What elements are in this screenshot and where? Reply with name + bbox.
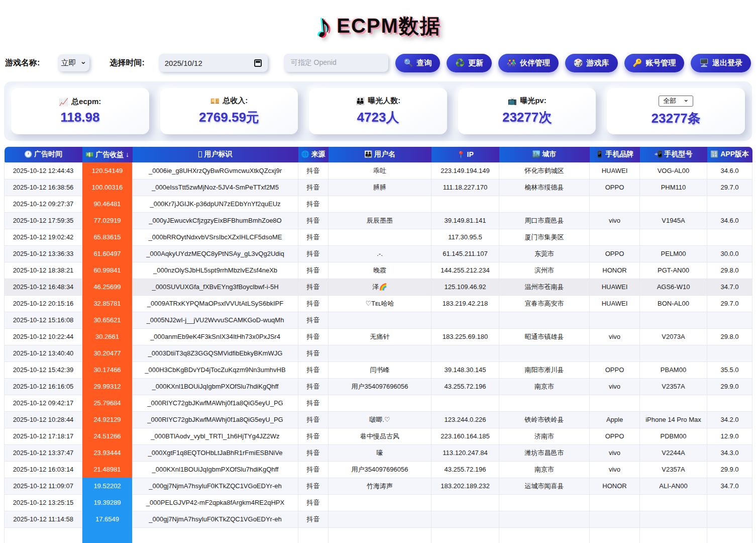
table-row[interactable]: 2025-10-12 16:48:3446.25699_000SUVUXGfa_… (5, 279, 752, 295)
refresh-button[interactable]: ♻️更新 (447, 54, 492, 72)
cell-revenue: 21.48981 (82, 461, 133, 478)
cell-ip: 113.120.247.84 (431, 444, 499, 461)
table-row[interactable]: 2025-10-12 15:42:3930.17466_000H3CbKgBDv… (5, 361, 752, 378)
cell-username: 竹海涛声 (329, 478, 431, 494)
cell-username (329, 511, 431, 527)
cell-city: 南阳市淅川县 (499, 361, 590, 378)
column-header-ip[interactable]: 📍IP (431, 147, 499, 162)
table-row[interactable]: 2025-10-12 10:28:4424.92129_000RIYC72gbJ… (5, 411, 752, 428)
table-row[interactable]: 2025-10-12 16:16:0529.99312_000KXnl1BOUi… (5, 378, 752, 395)
cell-ip: 43.255.72.196 (431, 461, 499, 478)
column-header-username[interactable]: 👪用户名 (329, 147, 431, 162)
table-row[interactable]: 2025-10-12 11:14:5817.6549_000gj7NjmA7hs… (5, 511, 752, 527)
cell-revenue: 61.60497 (82, 245, 133, 262)
cell-ip (431, 345, 499, 361)
column-header-model[interactable]: 📲手机型号 (640, 147, 707, 162)
cell-brand: HONOR (590, 262, 640, 279)
partner-management-button[interactable]: 👫伙伴管理 (498, 54, 559, 72)
exposure-pv-card: 📺曝光pv:23277次 (458, 88, 596, 134)
cell-username (329, 395, 431, 411)
game-select[interactable]: 立即 ⌄ (58, 54, 89, 71)
cell-model: BON-AL00 (640, 295, 707, 312)
cell-username: 用户354097696056 (329, 461, 431, 478)
table-row[interactable]: 2025-10-12 16:03:1421.48981_000KXnl1BOUi… (5, 461, 752, 478)
query-button[interactable]: 🔍查询 (395, 54, 441, 72)
cell-username (329, 345, 431, 361)
cell-user_id: _000SUVUXGfa_fXBvEYng3fBoyclbwf-i-5H (133, 279, 298, 295)
cell-city: 南京市 (499, 378, 590, 395)
table-row[interactable]: 2025-10-12 17:18:1724.51266_000BTlAodv_v… (5, 428, 752, 444)
column-header-brand[interactable]: 📱手机品牌 (590, 147, 640, 162)
cell-user_id: _000gj7NjmA7hsyluF0KTkZQC1VGoEDYr-eh (133, 478, 298, 494)
table-row[interactable]: 2025-10-12 20:15:1632.85781_0009ATRxKYPQ… (5, 295, 752, 312)
search-icon: 🔍 (404, 58, 413, 67)
cell-ad_time: 2025-10-12 16:38:56 (5, 179, 82, 196)
table-row[interactable] (5, 527, 752, 543)
cell-ad_time: 2025-10-12 20:15:16 (5, 295, 82, 312)
cell-source (298, 527, 329, 543)
openid-input[interactable]: 可指定 Openid (284, 54, 388, 72)
dice-icon: 🎲 (574, 58, 583, 67)
cell-app_version (707, 345, 752, 361)
cell-user_id: _000yJEwucvkCfjzgzyEixBFBhumBmhZoe8O (133, 212, 298, 229)
table-row[interactable]: 2025-10-12 13:25:1519.39289_000PELGJVP42… (5, 494, 752, 511)
cell-model (640, 345, 707, 361)
cell-brand: HONOR (590, 478, 640, 494)
table-row[interactable]: 2025-10-12 17:59:3577.02919_000yJEwucvkC… (5, 212, 752, 229)
table-row[interactable]: 2025-10-12 12:44:43120.54149_0006ie_g8UH… (5, 162, 752, 179)
cell-ad_time: 2025-10-12 11:14:58 (5, 511, 82, 527)
cell-revenue: 25.79684 (82, 395, 133, 411)
cell-username: 晚霞 (329, 262, 431, 279)
table-row[interactable]: 2025-10-12 09:27:3790.46481_000Kr7jJGIJK… (5, 196, 752, 212)
table-row[interactable]: 2025-10-12 11:09:0719.52202_000gj7NjmA7h… (5, 478, 752, 494)
account-management-button[interactable]: 🔑账号管理 (624, 54, 685, 72)
cell-ad_time: 2025-10-12 13:36:33 (5, 245, 82, 262)
chevron-down-icon: ⌄ (80, 59, 87, 63)
record-filter-select[interactable]: 全部 ⌄ (659, 96, 693, 107)
cell-username: 无痛针 (329, 328, 431, 345)
column-header-revenue[interactable]: 💵广告收益 ↓ (82, 147, 133, 162)
cell-username: 啵唧.♡ (329, 411, 431, 428)
cell-ip: 183.225.69.180 (431, 328, 499, 345)
table-row[interactable]: 2025-10-12 13:40:4030.20477_0003DtiiT3q8… (5, 345, 752, 361)
column-header-ad_time[interactable]: 🕐广告时间 (5, 147, 82, 162)
column-header-source[interactable]: 🌐来源 (298, 147, 329, 162)
table-row[interactable]: 2025-10-12 09:42:1725.79684_000RIYC72gbJ… (5, 395, 752, 411)
cell-brand (590, 494, 640, 511)
banknote-icon: 💴 (210, 97, 220, 106)
cell-app_version: 29.8.0 (707, 328, 752, 345)
cell-source: 抖音 (298, 179, 329, 196)
calendar-icon[interactable] (254, 59, 262, 67)
cell-source: 抖音 (298, 229, 329, 245)
cell-revenue: 17.6549 (82, 511, 133, 527)
cell-ip: 39.149.81.141 (431, 212, 499, 229)
button-label: 游戏库 (587, 58, 609, 68)
cell-brand: OPPO (590, 245, 640, 262)
cell-source: 抖音 (298, 428, 329, 444)
date-input[interactable]: 2025/10/12 (159, 54, 268, 72)
cell-ip: 117.30.95.5 (431, 229, 499, 245)
cell-username: 膊膊 (329, 179, 431, 196)
table-row[interactable]: 2025-10-12 10:22:4430.2661_000anmEb9eK4F… (5, 328, 752, 345)
cell-brand: vivo (590, 444, 640, 461)
game-library-button[interactable]: 🎲游戏库 (565, 54, 618, 72)
cell-ip: 125.109.46.92 (431, 279, 499, 295)
stat-label: 总收入: (223, 96, 248, 106)
column-header-app_version[interactable]: 🔢APP版本 (707, 147, 752, 162)
cell-revenue: 24.51266 (82, 428, 133, 444)
column-header-city[interactable]: 🏙️城市 (499, 147, 590, 162)
column-header-user_id[interactable]: 用户标识 (133, 147, 298, 162)
stats-band: 📈总ecpm:118.98💴总收入:2769.59元👪曝光人数:4723人📺曝光… (4, 81, 752, 141)
table-row[interactable]: 2025-10-12 13:36:3361.60497_000AqkyUYdzM… (5, 245, 752, 262)
cell-app_version (707, 229, 752, 245)
button-label: 账号管理 (645, 58, 676, 68)
cell-username (329, 312, 431, 328)
cell-city: 温州市苍南县 (499, 279, 590, 295)
table-row[interactable]: 2025-10-12 18:38:2160.99841_000nzOlySJbH… (5, 262, 752, 279)
logout-button[interactable]: 🖥️退出登录 (691, 54, 751, 72)
table-row[interactable]: 2025-10-12 16:38:56100.00316_000eIssTtt5… (5, 179, 752, 196)
table-row[interactable]: 2025-10-12 19:02:4265.83615_000bRROytNdx… (5, 229, 752, 245)
table-row[interactable]: 2025-10-12 15:16:0830.65621_0005NJ2wI-j_… (5, 312, 752, 328)
cell-model: ALI-AN00 (640, 478, 707, 494)
table-row[interactable]: 2025-10-12 13:37:4723.93444_000XgtF1q8EQ… (5, 444, 752, 461)
